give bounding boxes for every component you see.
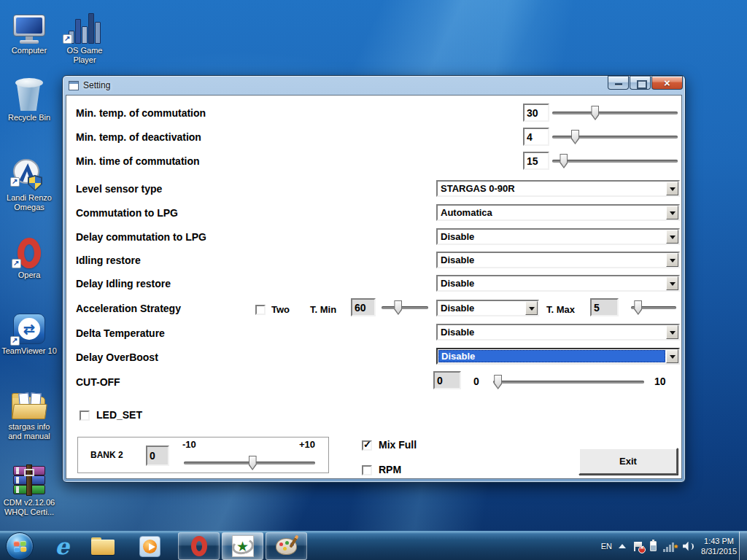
landi-renzo-icon: [1, 152, 57, 191]
label-delay-overboost: Delay OverBoost: [76, 351, 158, 363]
teamviewer-icon: [1, 305, 57, 344]
label-idling-restore: Idling restore: [76, 254, 141, 266]
minimize-button[interactable]: [608, 76, 629, 90]
t-max-slider[interactable]: [631, 300, 676, 316]
desktop-icon-stargas-folder[interactable]: stargas info and manual: [1, 381, 57, 441]
shortcut-arrow-icon: [10, 177, 20, 187]
opera-icon: [1, 229, 57, 268]
start-button[interactable]: [6, 532, 34, 560]
bank2-slider[interactable]: [184, 455, 315, 471]
min-temp-commutation-input[interactable]: [523, 104, 549, 122]
dropdown-arrow-icon[interactable]: [666, 325, 678, 339]
delay-overboost-combo[interactable]: Disable: [436, 348, 680, 365]
network-icon[interactable]: *: [663, 541, 676, 552]
cutoff-input[interactable]: [433, 371, 461, 389]
game-player-icon: [58, 4, 111, 44]
led-set-label: LED_SET: [96, 409, 142, 421]
dropdown-arrow-icon[interactable]: [666, 182, 678, 195]
window-icon: [69, 81, 79, 90]
dropdown-arrow-icon[interactable]: [525, 301, 538, 315]
delay-commutation-lpg-combo[interactable]: Disable: [436, 228, 680, 245]
uac-shield-icon: [28, 175, 42, 191]
recycle-bin-icon: [1, 71, 57, 111]
desktop-icon-computer[interactable]: Computer: [1, 4, 57, 55]
volume-icon[interactable]: [683, 541, 694, 552]
bank2-groupbox: BANK 2 -10 +10: [77, 437, 329, 473]
t-min-slider[interactable]: [382, 300, 428, 316]
two-checkbox-label: Two: [271, 304, 290, 315]
desktop-icon-teamviewer[interactable]: TeamViewer 10: [1, 305, 57, 356]
maximize-button[interactable]: [630, 76, 651, 90]
stargas-star-icon: [232, 535, 254, 557]
shortcut-arrow-icon: [12, 259, 21, 268]
rpm-checkbox[interactable]: [362, 465, 372, 475]
label-min-temp-deactivation: Min. temp. of deactivation: [76, 131, 201, 143]
level-sensor-type-combo[interactable]: STARGAS 0-90R: [436, 180, 680, 197]
label-cut-off: CUT-OFF: [76, 376, 120, 388]
min-temp-deactivation-input[interactable]: [523, 128, 549, 146]
desktop-icon-opera[interactable]: Opera: [1, 229, 57, 280]
paint-palette-icon: [276, 538, 297, 555]
dropdown-arrow-icon[interactable]: [666, 253, 678, 267]
close-button[interactable]: [651, 76, 683, 90]
desktop: Computer OS Game Player Recycle Bin Land…: [0, 0, 747, 560]
action-center-flag-icon[interactable]: [632, 541, 643, 552]
cutoff-slider[interactable]: [493, 374, 644, 390]
t-min-label: T. Min: [310, 304, 336, 315]
t-max-label: T. Max: [546, 304, 575, 315]
opera-icon: [191, 536, 207, 556]
winrar-archive-icon: [1, 456, 57, 496]
shortcut-arrow-icon: [63, 34, 72, 44]
two-checkbox[interactable]: [255, 305, 266, 315]
desktop-icon-os-game-player[interactable]: OS Game Player: [58, 4, 111, 65]
label-min-temp-commutation: Min. temp. of commutation: [76, 107, 206, 119]
window-title: Setting: [83, 80, 110, 90]
taskbar-button-stargas[interactable]: [222, 532, 263, 560]
label-commutation-to-lpg: Commutation to LPG: [76, 207, 178, 219]
t-min-input[interactable]: [351, 298, 376, 316]
delta-temperature-combo[interactable]: Disable: [436, 324, 680, 341]
shortcut-arrow-icon: [10, 336, 20, 346]
led-set-checkbox[interactable]: [80, 411, 90, 421]
min-temp-deactivation-slider[interactable]: [552, 129, 678, 145]
desktop-icon-landi-renzo[interactable]: Landi Renzo Omegas: [1, 152, 57, 212]
min-time-commutation-slider[interactable]: [552, 153, 678, 169]
cutoff-max-label: 10: [654, 376, 666, 387]
titlebar[interactable]: Setting: [63, 76, 685, 95]
dropdown-arrow-icon[interactable]: [666, 206, 678, 219]
min-time-commutation-input[interactable]: [523, 152, 549, 170]
tray-time: 1:43 PM: [701, 536, 737, 546]
desktop-icon-label: Landi Renzo Omegas: [1, 193, 57, 212]
battery-icon[interactable]: [650, 541, 657, 551]
folder-icon: [1, 381, 57, 420]
internet-explorer-icon[interactable]: [45, 533, 79, 559]
t-max-input[interactable]: [590, 298, 619, 316]
min-temp-commutation-slider[interactable]: [552, 105, 678, 121]
error-badge-icon: [638, 546, 646, 553]
dropdown-arrow-icon[interactable]: [666, 230, 678, 244]
bank2-input[interactable]: [146, 446, 169, 466]
tray-date: 8/31/2015: [701, 546, 737, 556]
bank2-max-label: +10: [299, 439, 315, 450]
windows-explorer-icon[interactable]: [86, 533, 120, 559]
idling-restore-combo[interactable]: Disable: [436, 252, 680, 268]
language-indicator[interactable]: EN: [601, 542, 612, 551]
taskbar-button-paint[interactable]: [266, 532, 307, 560]
mix-full-checkbox[interactable]: [362, 440, 372, 451]
dropdown-arrow-icon[interactable]: [666, 276, 678, 290]
desktop-icon-recycle-bin[interactable]: Recycle Bin: [1, 71, 57, 122]
media-player-icon[interactable]: [133, 533, 166, 559]
desktop-icon-label: CDM v2.12.06 WHQL Certi...: [1, 498, 57, 517]
show-desktop-button[interactable]: [739, 532, 747, 560]
commutation-to-lpg-combo[interactable]: Automatica: [436, 204, 680, 221]
dropdown-arrow-icon[interactable]: [666, 349, 678, 363]
mix-full-label: Mix Full: [379, 439, 417, 451]
delay-idling-restore-combo[interactable]: Disable: [436, 275, 680, 292]
show-hidden-icons-arrow[interactable]: [619, 544, 626, 548]
tray-clock[interactable]: 1:43 PM 8/31/2015: [701, 536, 737, 556]
taskbar-button-opera[interactable]: [178, 532, 220, 560]
exit-button[interactable]: Exit: [578, 448, 678, 475]
bank2-min-label: -10: [182, 439, 196, 450]
desktop-icon-cdm-archive[interactable]: CDM v2.12.06 WHQL Certi...: [1, 456, 57, 517]
acceleration-strategy-combo[interactable]: Disable: [436, 300, 539, 316]
